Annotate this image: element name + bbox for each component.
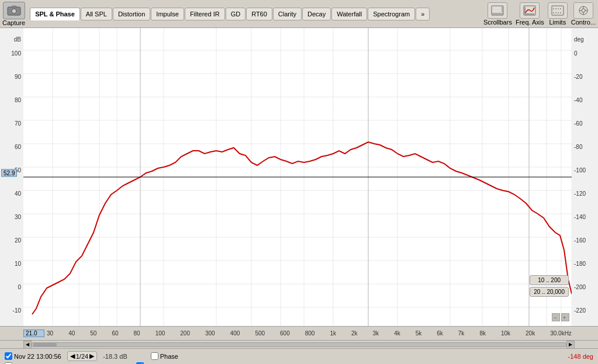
measurement-checkbox[interactable] <box>5 352 12 360</box>
tab-spl-phase[interactable]: SPL & Phase <box>30 8 80 20</box>
capture-button[interactable]: Capture <box>2 2 25 26</box>
toolbar-right: Scrollbars Freq. Axis Limit <box>483 2 596 26</box>
tab-impulse[interactable]: Impulse <box>151 8 184 20</box>
x-label-4k: 4k <box>394 330 400 337</box>
tab-filtered-ir[interactable]: Filtered IR <box>185 8 225 20</box>
x-label-60: 60 <box>112 330 118 337</box>
x-label-80: 80 <box>134 330 140 337</box>
resolution-arrow-right: ▶ <box>89 352 94 360</box>
y-label-right-neg140: -140 <box>574 214 586 220</box>
tab-all-spl[interactable]: All SPL <box>81 8 112 20</box>
x-label-3k: 3k <box>373 330 379 337</box>
scrollbars-button[interactable]: Scrollbars <box>483 2 512 26</box>
bottom-panel: Nov 22 13:00:56 ◀ 1/24 ▶ -18.3 dB Phase … <box>0 348 598 364</box>
scroll-track[interactable] <box>32 342 566 347</box>
capture-icon <box>3 2 25 19</box>
x-label-50: 50 <box>90 330 96 337</box>
y-label-right-0: 0 <box>574 50 578 57</box>
tab-gd[interactable]: GD <box>226 8 246 20</box>
y-label-40: 40 <box>15 190 21 197</box>
limits-button[interactable]: Limits <box>548 2 568 26</box>
freq-axis-label: Freq. Axis <box>516 19 544 26</box>
y-label-neg10: -10 <box>13 307 21 314</box>
svg-text:+: + <box>563 315 566 320</box>
x-label-1k: 1k <box>330 330 336 337</box>
x-label-5k: 5k <box>416 330 422 337</box>
y-axis-right: deg 0 -20 -40 -60 -80 -100 -120 -140 -16… <box>572 28 598 326</box>
phase-checkbox[interactable] <box>151 352 158 360</box>
tab-more[interactable]: » <box>416 8 430 20</box>
scroll-left-arrow[interactable]: ◀ <box>23 341 32 349</box>
x-label-200: 200 <box>180 330 190 337</box>
chart-area: dB 100 90 80 70 60 50 40 30 20 10 0 -10 <box>0 28 598 326</box>
tab-bar: SPL & Phase All SPL Distortion Impulse F… <box>30 8 430 20</box>
svg-rect-2 <box>12 6 16 8</box>
y-label-right-neg220: -220 <box>574 307 586 314</box>
y-label-right-neg80: -80 <box>574 144 582 150</box>
tab-waterfall[interactable]: Waterfall <box>331 8 367 20</box>
controls-button[interactable]: Contro... <box>571 2 596 26</box>
phase-display-value: -148 deg <box>568 353 593 360</box>
y-title-left: dB <box>14 36 21 43</box>
measurement-checkbox-label[interactable]: Nov 22 13:00:56 <box>5 352 61 360</box>
y-label-90: 90 <box>15 74 21 80</box>
y-label-right-neg40: -40 <box>574 97 582 103</box>
phase-checkbox-label[interactable]: Phase <box>151 352 178 360</box>
x-label-400: 400 <box>230 330 240 337</box>
y-label-100: 100 <box>11 50 21 57</box>
y-label-0: 0 <box>18 284 21 290</box>
y-label-10: 10 <box>15 261 21 267</box>
x-label-600: 600 <box>280 330 290 337</box>
y-label-right-neg100: -100 <box>574 167 586 174</box>
zoom-out-icon[interactable]: − <box>552 313 560 321</box>
svg-rect-4 <box>492 13 503 15</box>
bottom-row-1: Nov 22 13:00:56 ◀ 1/24 ▶ -18.3 dB Phase … <box>5 351 593 361</box>
x-label-30khz: 30.0kHz <box>550 330 572 337</box>
y-label-right-neg180: -180 <box>574 261 586 267</box>
resolution-arrow-left: ◀ <box>70 352 75 360</box>
limits-icon <box>548 2 568 19</box>
x-labels: 30 40 50 60 80 100 200 300 400 500 600 8… <box>47 330 572 337</box>
y-label-70: 70 <box>15 120 21 127</box>
x-label-7k: 7k <box>458 330 465 337</box>
tab-decay[interactable]: Decay <box>302 8 331 20</box>
x-label-30: 30 <box>47 330 53 337</box>
x-label-300: 300 <box>205 330 215 337</box>
freq-input[interactable] <box>23 330 44 337</box>
tab-rt60[interactable]: RT60 <box>246 8 272 20</box>
freq-axis-button[interactable]: Freq. Axis <box>516 2 544 26</box>
svg-point-1 <box>12 9 16 13</box>
crosshair-label-left: 52.9 <box>1 169 17 177</box>
chart-nav-arrows: − + <box>552 313 569 321</box>
resolution-button[interactable]: ◀ 1/24 ▶ <box>67 351 97 361</box>
scroll-thumb[interactable] <box>33 343 57 346</box>
y-title-right: deg <box>574 36 584 43</box>
tab-distortion[interactable]: Distortion <box>113 8 150 20</box>
y-label-right-neg60: -60 <box>574 120 582 127</box>
scrollbar-x: ◀ ▶ <box>0 340 598 348</box>
x-label-10k: 10k <box>501 330 510 337</box>
svg-rect-5 <box>502 6 503 12</box>
spl-display-value: -18.3 dB <box>103 353 127 360</box>
zoom-in-icon[interactable]: + <box>561 313 569 321</box>
freq-axis-icon <box>520 2 540 19</box>
x-label-800: 800 <box>305 330 315 337</box>
scroll-right-arrow[interactable]: ▶ <box>566 341 575 349</box>
controls-icon <box>573 2 593 19</box>
y-label-80: 80 <box>15 97 21 103</box>
x-label-100: 100 <box>155 330 165 337</box>
svg-point-13 <box>582 9 585 12</box>
chart-main[interactable]: 52.9 -94.2 10 .. 200 20 .. 20,000 − + <box>23 28 572 326</box>
zoom-btn-10-200[interactable]: 10 .. 200 <box>530 275 569 285</box>
controls-label: Contro... <box>571 19 596 26</box>
y-label-right-neg200: -200 <box>574 284 586 290</box>
y-label-right-neg160: -160 <box>574 237 586 244</box>
tab-spectrogram[interactable]: Spectrogram <box>368 8 415 20</box>
zoom-buttons: 10 .. 200 20 .. 20,000 <box>530 275 569 297</box>
y-label-20: 20 <box>15 237 21 244</box>
limits-label: Limits <box>549 19 566 26</box>
tab-clarity[interactable]: Clarity <box>273 8 302 20</box>
zoom-btn-20-20000[interactable]: 20 .. 20,000 <box>530 287 569 297</box>
y-axis-left: dB 100 90 80 70 60 50 40 30 20 10 0 -10 <box>0 28 23 326</box>
x-label-20k: 20k <box>526 330 535 337</box>
